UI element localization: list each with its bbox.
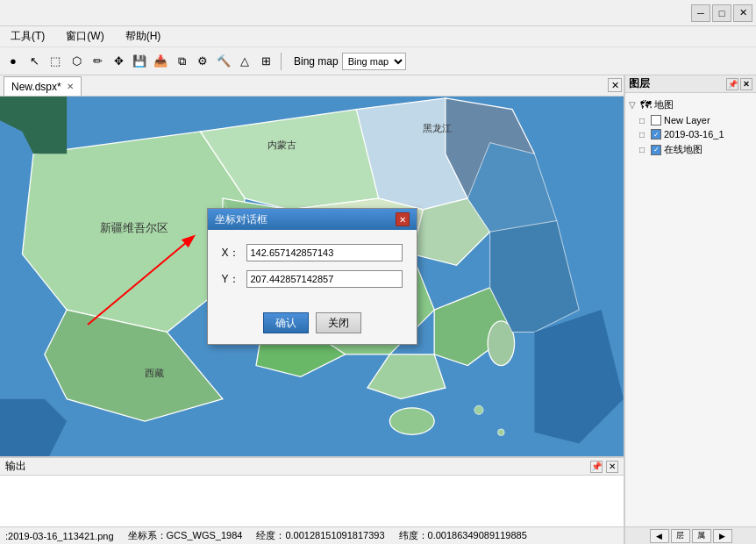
status-lon: 经度：0.00128151091817393: [256, 529, 384, 542]
title-bar-controls: ─ □ ✕: [691, 4, 752, 22]
x-input[interactable]: [246, 244, 403, 261]
dot-icon[interactable]: ●: [4, 52, 23, 71]
output-pin-button[interactable]: 📌: [590, 461, 603, 473]
panel-close-button[interactable]: ✕: [740, 78, 752, 90]
center-area: New.dspx* ✕ ✕: [0, 75, 624, 544]
toolbar-separator: [281, 53, 282, 70]
status-file: :2019-03-16_113421.png: [5, 531, 114, 541]
checkbox-online-map[interactable]: ✓: [651, 145, 661, 155]
x-label: X：: [222, 246, 239, 261]
expand-icon-date: □: [639, 130, 648, 140]
nav-forward-button[interactable]: ▶: [713, 529, 732, 543]
bing-map-label: Bing map Bing map: [294, 53, 406, 70]
expand-icon-map: ▽: [629, 100, 638, 110]
panel-title: 图层: [629, 76, 650, 91]
maximize-button[interactable]: □: [712, 4, 731, 22]
status-bar: :2019-03-16_113421.png 坐标系：GCS_WGS_1984 …: [0, 526, 624, 544]
tab-label: New.dspx*: [11, 81, 61, 93]
panel-header: 图层 📌 ✕: [625, 75, 756, 93]
draw-icon[interactable]: ✏: [88, 52, 107, 71]
dialog-body: X： Y：: [208, 230, 417, 305]
settings-icon[interactable]: ⚙: [193, 52, 212, 71]
dialog-footer: 确认 关闭: [208, 305, 417, 344]
close-button[interactable]: ✕: [733, 4, 752, 22]
triangle-icon[interactable]: △: [235, 52, 254, 71]
title-bar: ─ □ ✕: [0, 0, 756, 26]
bing-map-select[interactable]: Bing map: [342, 53, 406, 70]
y-label: Y：: [222, 272, 239, 287]
tab-bar: New.dspx* ✕ ✕: [0, 75, 624, 97]
status-crs: 坐标系：GCS_WGS_1984: [128, 529, 243, 542]
main-layout: New.dspx* ✕ ✕: [0, 75, 756, 544]
y-row: Y：: [222, 270, 403, 288]
status-lat: 纬度：0.00186349089119885: [399, 529, 527, 542]
output-panel: 输出 📌 ✕: [0, 456, 624, 526]
date-layer-label: 2019-03-16_1: [664, 129, 724, 140]
map-area[interactable]: 新疆维吾尔区 西藏 内蒙古 黑龙江: [0, 97, 624, 456]
menu-tools[interactable]: 工具(T): [7, 27, 48, 46]
tree-indent-1: □ New Layer: [639, 113, 752, 127]
output-header: 输出 📌 ✕: [0, 458, 624, 476]
nav-back-button[interactable]: ◀: [650, 529, 669, 543]
menu-help[interactable]: 帮助(H): [122, 27, 165, 46]
toolbar: ● ↖ ⬚ ⬡ ✏ ✥ 💾 📥 ⧉ ⚙ 🔨 △ ⊞ Bing map Bing …: [0, 47, 756, 75]
select-rect-icon[interactable]: ⬚: [46, 52, 65, 71]
coord-dialog: 坐标对话框 ✕ X： Y：: [207, 208, 417, 345]
menu-bar: 工具(T) 窗口(W) 帮助(H): [0, 26, 756, 47]
nav-layers-button[interactable]: 层: [671, 529, 690, 543]
tab-bar-close-button[interactable]: ✕: [608, 78, 622, 92]
menu-window[interactable]: 窗口(W): [62, 27, 107, 46]
dialog-title: 坐标对话框: [215, 212, 267, 227]
hammer-icon[interactable]: 🔨: [214, 52, 233, 71]
tree-node-map[interactable]: ▽ 🗺 地图: [629, 97, 752, 113]
map-label: 地图: [654, 98, 674, 111]
map-icon: 🗺: [640, 98, 652, 111]
minimize-button[interactable]: ─: [691, 4, 710, 22]
panel-nav: ◀ 层 属 ▶: [625, 526, 756, 544]
panel-pin-button[interactable]: 📌: [726, 78, 738, 90]
x-row: X：: [222, 244, 403, 261]
tab-close-icon[interactable]: ✕: [67, 82, 74, 91]
arrow-icon[interactable]: ↖: [25, 52, 44, 71]
tree-indent-3: □ ✓ 在线地图: [639, 141, 752, 158]
expand-icon-online: □: [639, 145, 648, 154]
layer-tree: ▽ 🗺 地图 □ New Layer □ ✓ 2019-03-16_1: [625, 93, 756, 526]
bing-map-text: Bing map: [294, 55, 339, 68]
output-close-button[interactable]: ✕: [606, 461, 618, 473]
cancel-button[interactable]: 关闭: [316, 312, 361, 333]
dialog-close-button[interactable]: ✕: [396, 212, 410, 226]
panel-controls: 📌 ✕: [726, 78, 752, 90]
expand-icon-new-layer: □: [639, 116, 648, 125]
move-icon[interactable]: ✥: [109, 52, 128, 71]
select-poly-icon[interactable]: ⬡: [67, 52, 86, 71]
new-layer-label: New Layer: [664, 115, 710, 125]
output-controls: 📌 ✕: [590, 461, 618, 473]
import-icon[interactable]: 📥: [151, 52, 170, 71]
copy-icon[interactable]: ⧉: [172, 52, 191, 71]
y-input[interactable]: [246, 270, 403, 288]
tree-indent-2: □ ✓ 2019-03-16_1: [639, 127, 752, 141]
tree-node-online-map[interactable]: □ ✓ 在线地图: [639, 141, 752, 158]
document-tab[interactable]: New.dspx* ✕: [4, 76, 82, 96]
dialog-overlay: 坐标对话框 ✕ X： Y：: [0, 97, 624, 456]
map-container: 新疆维吾尔区 西藏 内蒙古 黑龙江: [0, 97, 624, 456]
dialog-title-bar[interactable]: 坐标对话框 ✕: [208, 209, 417, 230]
tree-node-new-layer[interactable]: □ New Layer: [639, 113, 752, 127]
save-icon[interactable]: 💾: [130, 52, 149, 71]
right-panel: 图层 📌 ✕ ▽ 🗺 地图 □ New Layer: [624, 75, 756, 544]
tree-node-date-layer[interactable]: □ ✓ 2019-03-16_1: [639, 127, 752, 141]
output-title: 输出: [5, 459, 26, 474]
nav-props-button[interactable]: 属: [692, 529, 711, 543]
online-map-label: 在线地图: [664, 143, 703, 156]
confirm-button[interactable]: 确认: [263, 312, 309, 333]
grid-icon[interactable]: ⊞: [256, 52, 275, 71]
checkbox-date-layer[interactable]: ✓: [651, 129, 661, 140]
checkbox-new-layer[interactable]: [651, 115, 661, 125]
